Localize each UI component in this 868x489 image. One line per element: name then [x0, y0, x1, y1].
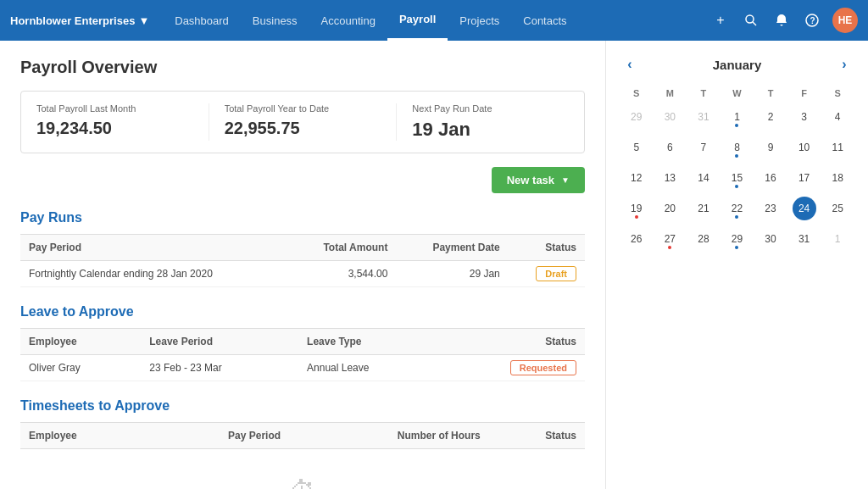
col-leave-type: Leave Type: [298, 329, 438, 355]
calendar-day[interactable]: 1: [821, 224, 854, 254]
calendar-day[interactable]: 17: [787, 163, 821, 193]
calendar-day-inner: 2: [759, 105, 782, 129]
calendar-day[interactable]: 18: [821, 163, 854, 193]
leave-approve-title: Leave to Approve: [20, 304, 585, 320]
calendar-day[interactable]: 22: [721, 193, 754, 224]
pay-run-row[interactable]: Fortnightly Calendar ending 28 Jan 2020 …: [20, 261, 585, 287]
help-icon[interactable]: ?: [802, 10, 822, 31]
col-leave-period: Leave Period: [141, 329, 298, 355]
bell-icon[interactable]: [771, 10, 792, 31]
calendar-day-inner: 4: [826, 105, 849, 129]
nav-business[interactable]: Business: [241, 0, 309, 41]
calendar-day-inner: 14: [692, 166, 715, 190]
calendar-day[interactable]: 3: [787, 102, 821, 132]
pay-runs-title: Pay Runs: [20, 210, 585, 225]
calendar-day[interactable]: 1: [721, 102, 754, 132]
calendar-day[interactable]: 19: [620, 193, 654, 224]
calendar-day-headers: SMTWTFS: [620, 85, 854, 102]
stats-card: Total Payroll Last Month 19,234.50 Total…: [20, 91, 585, 153]
nav-accounting[interactable]: Accounting: [309, 0, 387, 41]
calendar-day-inner: 31: [793, 227, 816, 251]
calendar-month-title: January: [713, 58, 762, 72]
svg-point-0: [746, 15, 754, 23]
calendar-day[interactable]: 5: [620, 132, 654, 163]
calendar-day[interactable]: 9: [754, 132, 787, 163]
calendar-day[interactable]: 25: [821, 193, 854, 224]
calendar-day-inner: 31: [692, 105, 715, 129]
calendar-day[interactable]: 26: [620, 224, 654, 254]
calendar-day-inner: 1: [725, 105, 748, 129]
nav-dashboard[interactable]: Dashboard: [163, 0, 241, 41]
calendar-day[interactable]: 29: [721, 224, 754, 254]
calendar-day[interactable]: 31: [787, 224, 821, 254]
calendar-dot: [735, 154, 738, 158]
calendar-day-inner: 25: [826, 197, 849, 220]
calendar-day[interactable]: 16: [754, 163, 787, 193]
col-ts-employee: Employee: [20, 423, 150, 449]
calendar-day[interactable]: 7: [687, 132, 721, 163]
user-avatar[interactable]: HE: [832, 8, 858, 33]
calendar-day[interactable]: 28: [687, 224, 721, 254]
calendar-day[interactable]: 13: [654, 163, 687, 193]
status-badge-requested: Requested: [510, 360, 576, 375]
calendar-day[interactable]: 29: [620, 102, 654, 132]
calendar-day[interactable]: 2: [754, 102, 787, 132]
leave-row[interactable]: Oliver Gray 23 Feb - 23 Mar Annual Leave…: [20, 355, 585, 381]
calendar-dot: [735, 124, 738, 127]
calendar-dot: [668, 246, 671, 249]
calendar-day[interactable]: 21: [687, 193, 721, 224]
calendar-day-inner: 15: [725, 166, 748, 190]
calendar-day[interactable]: 27: [654, 224, 687, 254]
timesheets-table: Employee Pay Period Number of Hours Stat…: [20, 422, 585, 489]
calendar-day-inner: 23: [759, 197, 782, 220]
timesheets-title: Timesheets to Approve: [20, 398, 585, 414]
calendar-week-row: 567891011: [620, 132, 854, 163]
add-icon[interactable]: +: [710, 10, 731, 31]
calendar-day[interactable]: 30: [754, 224, 787, 254]
calendar-day-inner: 10: [793, 136, 816, 159]
new-task-button[interactable]: New task ▼: [492, 167, 585, 193]
svg-text:?: ?: [810, 16, 815, 25]
calendar-day-inner: 21: [692, 197, 715, 220]
calendar-day-inner: 8: [725, 136, 748, 159]
calendar-day[interactable]: 11: [821, 132, 854, 163]
calendar-day[interactable]: 30: [654, 102, 687, 132]
calendar-day[interactable]: 24: [787, 193, 821, 224]
nav-contacts[interactable]: Contacts: [511, 0, 578, 41]
avatar-initials: HE: [838, 14, 853, 26]
stat-last-month-label: Total Payroll Last Month: [36, 103, 193, 114]
calendar-dot: [735, 215, 738, 219]
search-icon[interactable]: [741, 10, 761, 31]
stat-last-month: Total Payroll Last Month 19,234.50: [21, 103, 209, 141]
calendar-day[interactable]: 6: [654, 132, 687, 163]
calendar-day[interactable]: 23: [754, 193, 787, 224]
leave-status-cell: Requested: [438, 355, 585, 381]
calendar-day-header: W: [721, 85, 754, 102]
svg-line-1: [753, 22, 756, 25]
nav-payroll[interactable]: Payroll: [387, 0, 448, 41]
calendar-day[interactable]: 12: [620, 163, 654, 193]
calendar-day-inner: 20: [658, 197, 682, 220]
col-total-amount: Total Amount: [288, 235, 397, 261]
new-task-label: New task: [507, 174, 554, 186]
calendar-day[interactable]: 10: [787, 132, 821, 163]
calendar-day[interactable]: 14: [687, 163, 721, 193]
new-task-row: New task ▼: [20, 167, 585, 193]
col-employee: Employee: [20, 329, 141, 355]
calendar-day[interactable]: 31: [687, 102, 721, 132]
brand-logo[interactable]: Hornblower Enterprises ▼: [10, 14, 149, 27]
left-panel: Payroll Overview Total Payroll Last Mont…: [0, 41, 605, 489]
calendar-day[interactable]: 20: [654, 193, 687, 224]
status-badge-draft: Draft: [536, 266, 576, 281]
clock-icon: ⏱: [289, 476, 316, 489]
calendar-next-button[interactable]: ›: [834, 54, 854, 75]
nav-projects[interactable]: Projects: [448, 0, 511, 41]
col-ts-pay-period: Pay Period: [150, 423, 289, 449]
stat-next-pay-run-value: 19 Jan: [412, 119, 569, 141]
calendar-day[interactable]: 4: [821, 102, 854, 132]
calendar-day[interactable]: 8: [721, 132, 754, 163]
calendar-day[interactable]: 15: [721, 163, 754, 193]
pay-period-cell: Fortnightly Calendar ending 28 Jan 2020: [20, 261, 288, 287]
calendar-day-inner: 29: [725, 227, 748, 251]
calendar-prev-button[interactable]: ‹: [620, 54, 640, 75]
